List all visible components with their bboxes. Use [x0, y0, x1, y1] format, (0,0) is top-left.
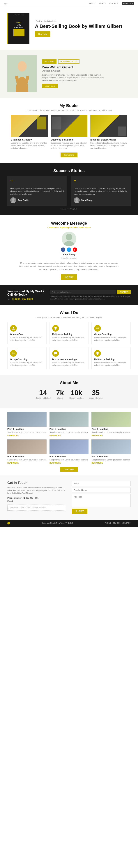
my-books-section: My Books Lorem ipsum dolor sit amet, con… [0, 98, 138, 163]
footer-link-contact[interactable]: CONTACT [122, 522, 131, 524]
book-1-title: Business Strategy [11, 138, 48, 141]
blog-1-excerpt: Sample small text. Lorem ipsum dolor sit… [92, 459, 131, 461]
avatar-1 [10, 197, 16, 203]
contact-message-input[interactable] [72, 494, 131, 507]
hero-section: WILLIAM GILBERT START YOUR OWN BUSINESS … [0, 7, 138, 50]
service-2-icon [52, 325, 59, 332]
service-5-title: Discussion at meetings [52, 358, 86, 361]
book-3-title: Ideas for Better Advice [90, 138, 127, 141]
author-role: Author & Coach [42, 69, 105, 72]
svg-point-5 [66, 234, 72, 241]
footer-links: ABOUT MY BIO CONTACT [105, 522, 131, 524]
about-me-section: About Me 14 Books Published 7k Clients 1… [0, 375, 138, 408]
learn-more-button[interactable]: Learn more [42, 84, 58, 88]
author-description: Lorem ipsum dolor sit amet, consectetur … [42, 73, 105, 82]
blog-post-2: Post 2 Headline Sample small text. Lorem… [49, 439, 89, 464]
blog-6-readmore[interactable]: READ MORE [92, 434, 131, 436]
service-2-desc: consectetuer adipiscing elit culm volum … [52, 336, 86, 342]
service-card-3: Group Coaching consectetuer adipiscing e… [92, 322, 131, 344]
whatido-subtitle: Lorem ipsum dolor sit amet, consectetur … [7, 316, 131, 318]
service-1-desc: consectetuer adipiscing elit culm volum … [10, 336, 44, 342]
stat-readers-label: Happy Readers [69, 397, 83, 399]
nav-link-contact[interactable]: CONTACT [109, 3, 118, 5]
service-4-title: Group Coaching [10, 358, 44, 361]
testimonial-2: " Lorem ipsum dolor sit amet, consectetu… [71, 176, 131, 206]
footer-link-bio[interactable]: MY BIO [113, 522, 120, 524]
download-cv-button[interactable]: DOWNLOAD MY CV [58, 59, 79, 64]
author-buttons: MY BOOKS DOWNLOAD MY CV [42, 59, 105, 64]
youtube-icon[interactable]: ▶ [73, 247, 77, 252]
footer-link-about[interactable]: ABOUT [105, 522, 111, 524]
contact-sample-note: Sample text. Click to select the Text El… [7, 504, 66, 510]
cta-submit-button[interactable]: SUBMIT [117, 290, 131, 294]
service-card-4: Group Coaching consectetuer adipiscing e… [7, 347, 46, 369]
blog-img-1 [92, 439, 131, 454]
stat-readers: 10k Happy Readers [69, 389, 83, 399]
contact-description: Lorem elit ulm nisl lorem vecteser conse… [7, 486, 66, 495]
blog-grid-bottom: Post 3 Headline Sample small text. Lorem… [7, 439, 131, 464]
facebook-icon[interactable]: f [61, 247, 65, 252]
success-stories-section: Success Stories " Lorem ipsum dolor sit … [0, 163, 138, 215]
blog-2-readmore[interactable]: READ MORE [49, 462, 89, 464]
book-cover-2 [50, 115, 88, 137]
contact-phone-row: Phone number: +1 232 343 44 55 [7, 497, 66, 499]
nav-link-bio[interactable]: MY BIO [99, 3, 105, 5]
service-2-title: Multifocus Training [52, 333, 86, 336]
blog-1-readmore[interactable]: READ MORE [92, 462, 131, 464]
service-card-2: Multifocus Training consectetuer adipisc… [49, 322, 89, 344]
blog-3-readmore[interactable]: READ MORE [7, 462, 46, 464]
blog-post-1: Post 1 Headline Sample small text. Lorem… [92, 439, 131, 464]
hero-buy-button[interactable]: Buy Now [35, 31, 50, 37]
blog-cta: Learn More [7, 467, 131, 472]
blog-learn-more-button[interactable]: Learn More [60, 467, 78, 472]
blog-5-excerpt: Sample small text. Lorem ipsum dolor sit… [49, 431, 89, 434]
person-1-name: Paul Smith [18, 199, 29, 202]
welcome-buy-button[interactable]: Buy Now [61, 274, 77, 280]
book-card-1: Business Strategy Suspendisse vulputate … [11, 115, 48, 150]
welcome-photo-credit: Image from Unsplash [61, 257, 77, 259]
nav-cta-button[interactable]: MY BOOKS [122, 2, 134, 5]
my-books-button[interactable]: MY BOOKS [42, 59, 57, 64]
testimonial-2-person: Sam Perry [74, 197, 128, 203]
success-title: Success Stories [7, 168, 131, 173]
book-illustration: WILLIAM GILBERT START YOUR OWN BUSINESS [7, 13, 29, 44]
blog-2-headline: Post 2 Headline [49, 455, 89, 458]
book-1-desc: Suspendisse vulputate arcu in ante inter… [11, 142, 48, 150]
blog-3-headline: Post 3 Headline [7, 455, 46, 458]
books-title: My Books [7, 103, 131, 108]
contact-title: Get In Touch [7, 481, 66, 485]
book-2-title: Business Solutions [50, 138, 88, 141]
blog-4-headline: Post 4 Headline [7, 428, 46, 430]
twitter-icon[interactable]: t [67, 247, 71, 252]
contact-name-input[interactable] [72, 481, 131, 486]
cta-form: SUBMIT Lorem ipsum dolor sit amet, conse… [50, 290, 131, 300]
contact-submit-button[interactable]: SUBMIT [72, 508, 88, 514]
service-card-6: Multifocus Training consectetuer adipisc… [92, 347, 131, 369]
what-i-do-section: What I Do Lorem ipsum dolor sit amet, co… [0, 305, 138, 375]
book-cover-graphic: START YOUR OWN BUSINESS [10, 16, 28, 43]
cta-email-input[interactable] [50, 290, 116, 294]
contact-email-input[interactable] [72, 488, 131, 493]
blog-3-excerpt: Sample small text. Lorem ipsum dolor sit… [7, 459, 46, 461]
service-5-desc: consectetuer adipiscing elit culm volum … [52, 362, 86, 367]
blog-4-readmore[interactable]: READ MORE [7, 434, 46, 436]
whatido-title: What I Do [7, 310, 131, 315]
success-credit: Images from Unsplash [7, 208, 131, 210]
welcome-text: Ut enim ad minim veniam, quis nostrud ex… [19, 261, 119, 271]
stat-clients-label: Clients [56, 397, 64, 399]
books-learn-more-button[interactable]: learn more [61, 153, 78, 157]
book-card-2: Business Solutions Suspendisse vulputate… [50, 115, 88, 150]
services-grid: One-on-One consectetuer adipiscing elit … [7, 322, 131, 369]
aboutme-title: About Me [7, 380, 131, 385]
book-cover-3 [90, 115, 127, 137]
nav-link-about[interactable]: ABOUT [89, 3, 95, 5]
stat-clients-number: 7k [56, 389, 64, 397]
service-1-icon [10, 325, 17, 332]
blog-post-5: Post 5 Headline Sample small text. Lorem… [49, 412, 89, 436]
service-3-icon [94, 325, 101, 332]
phone-icon: 📞 [7, 298, 10, 301]
blog-5-readmore[interactable]: READ MORE [49, 434, 89, 436]
author-image [7, 55, 37, 92]
stat-events-label: Literary Events [89, 397, 102, 399]
blog-1-headline: Post 1 Headline [92, 455, 131, 458]
